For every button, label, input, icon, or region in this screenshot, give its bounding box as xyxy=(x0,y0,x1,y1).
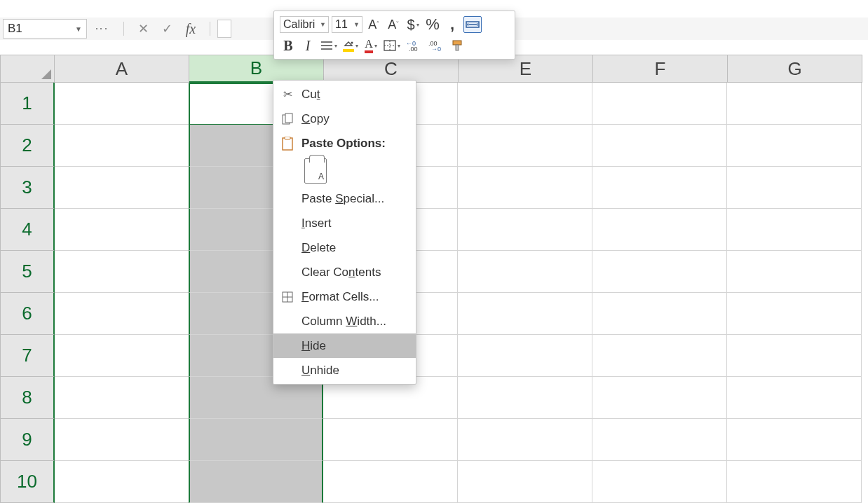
cell[interactable] xyxy=(458,377,592,419)
cell[interactable] xyxy=(727,419,862,461)
font-name-combo[interactable]: Calibri ▼ xyxy=(280,16,329,33)
cell[interactable] xyxy=(458,335,592,377)
cell[interactable] xyxy=(458,419,592,461)
menu-paste-special[interactable]: Paste Special... xyxy=(273,186,416,211)
cell[interactable] xyxy=(727,251,862,293)
row-header-6[interactable]: 6 xyxy=(0,293,55,335)
cell[interactable] xyxy=(55,419,189,461)
menu-insert[interactable]: Insert xyxy=(273,211,416,235)
svg-text:.00: .00 xyxy=(409,46,418,52)
cell[interactable] xyxy=(55,293,189,335)
cell[interactable] xyxy=(55,125,189,167)
cell[interactable] xyxy=(727,167,862,209)
cell[interactable] xyxy=(55,335,189,377)
cell[interactable] xyxy=(727,209,862,251)
bold-button[interactable]: B xyxy=(280,37,297,54)
cell[interactable] xyxy=(458,125,592,167)
row-header-2[interactable]: 2 xyxy=(0,125,55,167)
menu-cut[interactable]: ✂ Cut xyxy=(273,82,416,106)
fill-color-button[interactable]: ▾ xyxy=(341,37,360,54)
cell[interactable] xyxy=(592,209,727,251)
menu-hide[interactable]: Hide xyxy=(273,333,416,358)
row-header-5[interactable]: 5 xyxy=(0,251,55,293)
cell[interactable] xyxy=(727,293,862,335)
borders-button[interactable]: ▾ xyxy=(382,37,402,54)
cell[interactable] xyxy=(592,419,727,461)
cell[interactable] xyxy=(592,335,727,377)
italic-button[interactable]: I xyxy=(299,37,316,54)
cell[interactable] xyxy=(55,167,189,209)
chevron-down-icon[interactable]: ▼ xyxy=(75,25,82,33)
font-color-button[interactable]: A ▾ xyxy=(362,37,379,54)
cell[interactable] xyxy=(458,293,592,335)
font-size-combo[interactable]: 11 ▼ xyxy=(332,16,362,33)
chevron-down-icon[interactable]: ▼ xyxy=(353,21,360,28)
menu-paste-default[interactable]: A xyxy=(273,156,416,186)
column-header-f[interactable]: F xyxy=(593,55,728,83)
cell[interactable] xyxy=(189,419,323,461)
font-name-value: Calibri xyxy=(283,18,315,31)
decrease-font-button[interactable]: Aˇ xyxy=(385,16,402,33)
cell[interactable] xyxy=(592,83,727,125)
comma-format-button[interactable]: , xyxy=(444,16,461,33)
name-box[interactable]: B1 ▼ xyxy=(3,19,87,39)
cell[interactable] xyxy=(727,125,862,167)
column-header-g[interactable]: G xyxy=(728,55,862,83)
menu-delete[interactable]: Delete xyxy=(273,235,416,260)
merge-center-button[interactable] xyxy=(463,16,482,33)
cell[interactable] xyxy=(458,461,592,503)
cell[interactable] xyxy=(458,167,592,209)
chevron-down-icon[interactable]: ▼ xyxy=(320,21,326,28)
cell[interactable] xyxy=(592,167,727,209)
row-header-9[interactable]: 9 xyxy=(0,419,55,461)
decrease-decimal-button[interactable]: .00→0 xyxy=(427,37,447,54)
cell[interactable] xyxy=(592,251,727,293)
cell[interactable] xyxy=(458,251,592,293)
cell[interactable] xyxy=(323,461,458,503)
percent-format-button[interactable]: % xyxy=(424,16,441,33)
cell[interactable] xyxy=(727,83,862,125)
cell[interactable] xyxy=(727,377,862,419)
menu-clear-contents[interactable]: Clear Contents xyxy=(273,260,416,284)
align-button[interactable]: ▾ xyxy=(319,37,339,54)
row-header-10[interactable]: 10 xyxy=(0,461,55,503)
formula-input[interactable] xyxy=(217,20,231,38)
column-header-a[interactable]: A xyxy=(55,55,189,83)
cell[interactable] xyxy=(55,377,189,419)
cancel-icon[interactable]: ✕ xyxy=(131,21,155,36)
menu-unhide[interactable]: Unhide xyxy=(273,358,416,383)
cell[interactable] xyxy=(727,335,862,377)
cell[interactable] xyxy=(592,293,727,335)
select-all-button[interactable] xyxy=(0,55,55,83)
menu-column-width[interactable]: Column Width... xyxy=(273,309,416,333)
row-header-3[interactable]: 3 xyxy=(0,167,55,209)
cell[interactable] xyxy=(55,251,189,293)
cell[interactable] xyxy=(592,461,727,503)
scissors-icon: ✂ xyxy=(280,88,294,102)
spreadsheet-grid: A B C D E F G 1 2 3 4 5 6 7 8 9 10 xyxy=(0,55,868,503)
format-painter-button[interactable] xyxy=(449,37,466,54)
row-header-4[interactable]: 4 xyxy=(0,209,55,251)
cell[interactable] xyxy=(189,461,323,503)
cell[interactable] xyxy=(323,419,458,461)
row-header-1[interactable]: 1 xyxy=(0,83,55,125)
accept-icon[interactable]: ✓ xyxy=(155,21,179,36)
cell[interactable] xyxy=(55,209,189,251)
cell[interactable] xyxy=(727,461,862,503)
fx-icon[interactable]: fx xyxy=(179,21,203,37)
row-header-8[interactable]: 8 xyxy=(0,377,55,419)
cell[interactable] xyxy=(55,83,189,125)
increase-decimal-button[interactable]: ←0.00 xyxy=(405,37,424,54)
menu-copy[interactable]: Copy xyxy=(273,106,416,131)
cell[interactable] xyxy=(55,461,189,503)
cell[interactable] xyxy=(458,83,592,125)
mini-toolbar: Calibri ▼ 11 ▼ Aˆ Aˇ $▾ % , B I ▾ ▾ A xyxy=(273,11,515,60)
cell[interactable] xyxy=(458,209,592,251)
more-icon[interactable]: ⋮ xyxy=(94,22,109,35)
increase-font-button[interactable]: Aˆ xyxy=(365,16,382,33)
row-header-7[interactable]: 7 xyxy=(0,335,55,377)
cell[interactable] xyxy=(592,377,727,419)
accounting-format-button[interactable]: $▾ xyxy=(405,16,421,33)
menu-format-cells[interactable]: Format Cells... xyxy=(273,284,416,309)
cell[interactable] xyxy=(592,125,727,167)
